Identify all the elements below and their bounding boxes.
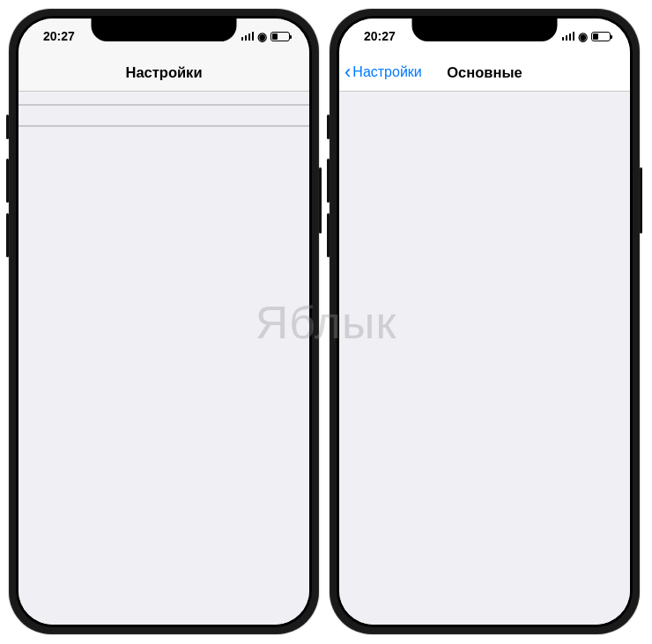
page-title: Настройки — [125, 64, 202, 81]
settings-group — [19, 104, 309, 106]
status-time: 20:27 — [364, 29, 396, 43]
battery-icon — [270, 32, 290, 41]
phone-frame-right: 20:27 ◉ ‹ Настройки Основные — [330, 9, 640, 634]
settings-group — [19, 125, 309, 127]
signal-icon — [562, 32, 575, 41]
battery-icon — [591, 32, 611, 41]
general-list[interactable] — [339, 92, 630, 625]
page-title: Основные — [447, 64, 522, 81]
wifi-icon: ◉ — [578, 31, 588, 42]
back-label: Настройки — [352, 64, 421, 80]
phone-frame-left: 20:27 ◉ Настройки — [9, 9, 319, 634]
signal-icon — [241, 32, 255, 41]
status-time: 20:27 — [43, 29, 75, 43]
nav-bar: Настройки — [19, 54, 309, 92]
chevron-left-icon: ‹ — [345, 63, 351, 82]
wifi-icon: ◉ — [257, 31, 267, 42]
settings-list[interactable] — [19, 92, 309, 625]
nav-bar: ‹ Настройки Основные — [339, 54, 630, 92]
notch — [412, 19, 558, 41]
back-button[interactable]: ‹ Настройки — [345, 54, 422, 91]
notch — [92, 19, 237, 41]
